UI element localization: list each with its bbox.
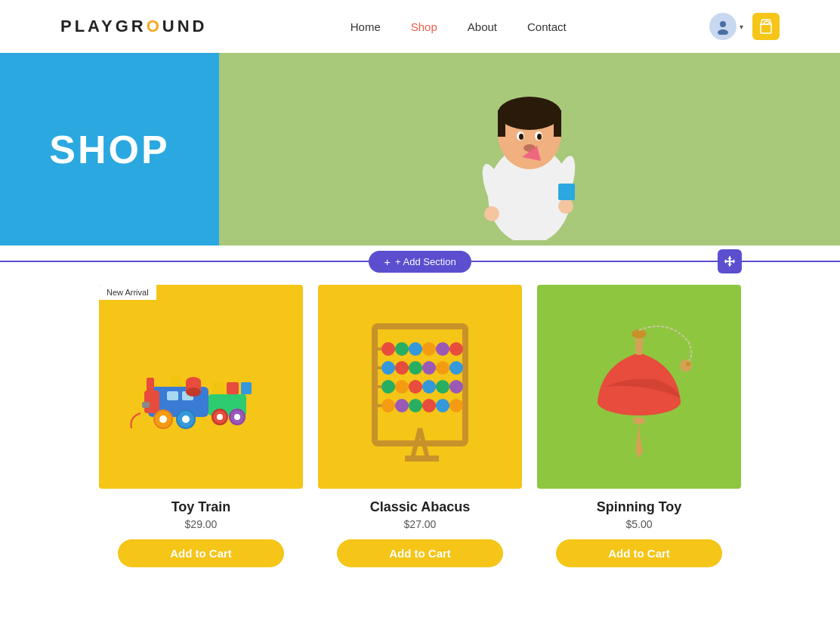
hero-child-image <box>454 59 605 240</box>
nav-shop[interactable]: Shop <box>411 20 437 33</box>
svg-point-41 <box>186 388 201 397</box>
svg-point-79 <box>686 362 690 366</box>
svg-point-75 <box>633 417 645 425</box>
logo: PLAYGROUND <box>60 17 207 36</box>
svg-point-53 <box>422 342 436 356</box>
svg-point-61 <box>449 361 463 375</box>
svg-point-58 <box>409 361 422 375</box>
svg-point-71 <box>422 399 436 412</box>
svg-point-52 <box>409 342 422 356</box>
product-name-classic-abacus: Classic Abacus <box>370 499 470 515</box>
svg-point-51 <box>395 342 409 356</box>
product-name-spinning-toy: Spinning Toy <box>597 499 682 515</box>
plus-icon: + <box>384 255 391 268</box>
svg-point-70 <box>409 399 422 412</box>
svg-rect-2 <box>761 24 771 33</box>
svg-point-57 <box>395 361 409 375</box>
product-card-spinning-toy: Spinning Toy $5.00 Add to Cart <box>537 285 741 567</box>
svg-rect-25 <box>147 378 154 391</box>
spinning-toy-illustration <box>537 285 741 489</box>
products-section: New Arrival <box>0 277 840 590</box>
svg-point-67 <box>449 380 463 394</box>
svg-rect-38 <box>171 375 181 386</box>
svg-point-30 <box>182 415 190 423</box>
add-to-cart-toy-train[interactable]: Add to Cart <box>118 539 284 567</box>
svg-point-32 <box>217 414 223 420</box>
svg-point-59 <box>422 361 436 375</box>
toy-train-illustration <box>99 285 303 489</box>
svg-point-56 <box>381 361 395 375</box>
classic-abacus-illustration <box>318 285 522 489</box>
svg-point-34 <box>234 414 240 420</box>
add-to-cart-classic-abacus[interactable]: Add to Cart <box>337 539 503 567</box>
svg-point-1 <box>718 29 728 35</box>
products-grid: New Arrival <box>91 285 749 567</box>
nav-home[interactable]: Home <box>351 20 381 33</box>
nav-about[interactable]: About <box>468 20 497 33</box>
product-card-classic-abacus: Classic Abacus $27.00 Add to Cart <box>318 285 522 567</box>
new-arrival-badge: New Arrival <box>99 285 156 300</box>
product-price-spinning-toy: $5.00 <box>625 518 652 530</box>
hero-right <box>219 53 840 245</box>
svg-rect-37 <box>241 382 252 394</box>
svg-rect-8 <box>554 110 561 137</box>
add-to-cart-spinning-toy[interactable]: Add to Cart <box>556 539 722 567</box>
svg-point-63 <box>395 380 409 394</box>
svg-point-28 <box>159 415 167 423</box>
logo-text-post: UND <box>162 17 208 36</box>
svg-point-62 <box>381 380 395 394</box>
svg-point-66 <box>436 380 449 394</box>
hero-left: SHOP <box>0 53 219 245</box>
cart-button[interactable] <box>752 13 780 40</box>
svg-point-55 <box>449 342 463 356</box>
chevron-down-icon: ▾ <box>740 23 743 31</box>
user-menu[interactable]: ▾ <box>709 13 743 40</box>
product-price-classic-abacus: $27.00 <box>404 518 437 530</box>
product-card-toy-train: New Arrival <box>99 285 303 567</box>
svg-point-17 <box>484 206 499 221</box>
svg-point-6 <box>498 97 561 130</box>
svg-point-0 <box>720 21 726 27</box>
header-icons: ▾ <box>709 13 780 40</box>
logo-text-pre: PLAYGR <box>60 17 147 36</box>
svg-rect-23 <box>167 391 178 400</box>
user-avatar <box>709 13 737 40</box>
svg-point-60 <box>436 361 449 375</box>
svg-rect-35 <box>212 382 224 394</box>
svg-rect-26 <box>142 402 150 408</box>
product-image-toy-train: New Arrival <box>99 285 303 489</box>
svg-point-65 <box>422 380 436 394</box>
svg-rect-7 <box>498 110 505 137</box>
svg-point-68 <box>381 399 395 412</box>
product-image-classic-abacus <box>318 285 522 489</box>
svg-point-12 <box>537 134 542 140</box>
add-section-button[interactable]: + + Add Section <box>369 251 471 273</box>
svg-point-77 <box>632 329 647 338</box>
svg-point-72 <box>436 399 449 412</box>
move-section-button[interactable] <box>718 249 742 273</box>
product-name-toy-train: Toy Train <box>171 499 231 515</box>
product-image-spinning-toy <box>537 285 741 489</box>
svg-point-18 <box>558 199 573 214</box>
add-section-label: + Add Section <box>395 256 456 267</box>
hero-section: SHOP <box>0 53 840 245</box>
product-price-toy-train: $29.00 <box>185 518 218 530</box>
hero-shop-label: SHOP <box>49 127 169 172</box>
svg-point-64 <box>409 380 422 394</box>
header: PLAYGROUND Home Shop About Contact ▾ <box>0 0 840 53</box>
svg-point-50 <box>381 342 395 356</box>
svg-point-11 <box>519 134 523 140</box>
svg-point-69 <box>395 399 409 412</box>
svg-rect-19 <box>558 184 575 200</box>
nav-contact[interactable]: Contact <box>527 20 567 33</box>
main-nav: Home Shop About Contact <box>351 20 567 33</box>
logo-o: O <box>147 17 162 36</box>
svg-point-54 <box>436 342 449 356</box>
add-section-bar: + + Add Section <box>0 245 840 277</box>
svg-rect-36 <box>227 382 239 394</box>
svg-point-73 <box>449 399 463 412</box>
svg-point-78 <box>680 360 692 372</box>
